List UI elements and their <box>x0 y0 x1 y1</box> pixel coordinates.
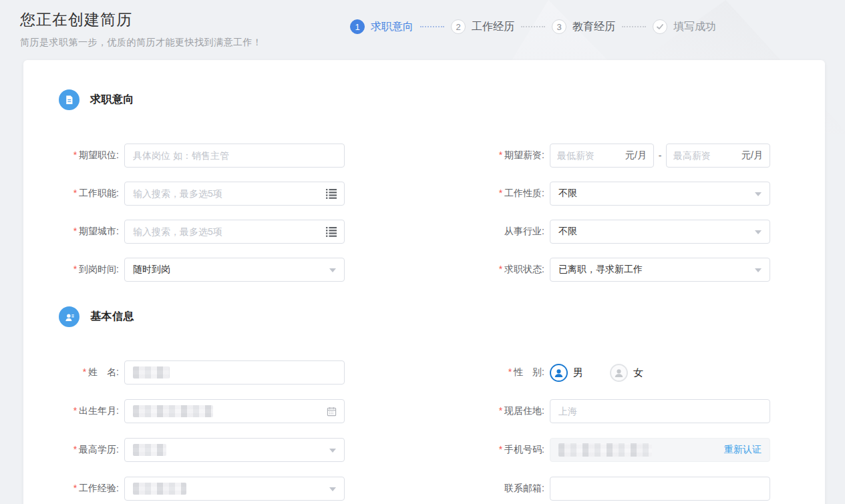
field-label: *出生年月: <box>23 405 119 417</box>
step-connector <box>420 26 444 27</box>
salary-max-box: 元/月 <box>666 144 770 168</box>
person-icon <box>59 306 79 327</box>
salary-range: 元/月 - 元/月 <box>550 144 770 168</box>
step-label: 教育经历 <box>572 20 615 34</box>
step-number-badge: 3 <box>552 19 566 34</box>
expected-city-input-box <box>124 220 345 244</box>
arrival-time-select[interactable]: 随时到岗 <box>124 258 345 282</box>
field-expected-city: *期望城市: <box>23 220 345 244</box>
salary-max-input[interactable] <box>673 150 721 161</box>
step-job-intent[interactable]: 1 求职意向 <box>350 19 413 34</box>
field-label: *现居住地: <box>449 405 544 417</box>
residence-input-box <box>550 399 770 423</box>
industry-select[interactable]: 不限 <box>550 220 770 244</box>
step-success: 填写成功 <box>653 19 716 34</box>
redacted-phone-value <box>558 443 652 457</box>
job-function-input[interactable] <box>133 188 319 199</box>
field-label: *期望薪资: <box>449 150 544 162</box>
chevron-down-icon <box>755 192 762 196</box>
chevron-down-icon <box>329 449 336 453</box>
field-label: *性 别: <box>449 366 544 379</box>
field-label: *姓 名: <box>23 366 119 379</box>
section-title: 基本信息 <box>90 310 134 324</box>
job-status-select[interactable]: 已离职，寻求新工作 <box>550 258 770 282</box>
gender-female-option[interactable]: 女 <box>610 364 643 382</box>
document-icon <box>59 89 79 110</box>
field-phone: *手机号码: 重新认证 <box>449 438 770 462</box>
salary-min-input[interactable] <box>557 150 605 161</box>
field-education: *最高学历: <box>23 438 345 462</box>
step-label: 填写成功 <box>673 20 716 34</box>
step-education[interactable]: 3 教育经历 <box>552 19 615 34</box>
field-label: *工作性质: <box>449 188 544 200</box>
step-connector <box>521 26 545 27</box>
stepper: 1 求职意向 2 工作经历 3 教育经历 填写成功 <box>350 19 716 34</box>
step-connector <box>622 26 646 27</box>
step-label: 求职意向 <box>371 20 413 34</box>
chevron-down-icon <box>755 268 762 272</box>
work-experience-select[interactable] <box>124 477 345 501</box>
field-expected-salary: *期望薪资: 元/月 - 元/月 <box>449 144 770 168</box>
step-work-experience[interactable]: 2 工作经历 <box>451 19 514 34</box>
redacted-experience-value <box>133 483 186 495</box>
field-residence: *现居住地: <box>449 399 770 423</box>
section-job-intent-header: 求职意向 <box>59 89 134 110</box>
step-number-badge: 1 <box>350 19 365 34</box>
redacted-birth-value <box>133 405 213 417</box>
female-person-icon <box>610 364 628 382</box>
education-select[interactable] <box>124 438 345 462</box>
field-birth-date: *出生年月: <box>23 399 345 423</box>
residence-input[interactable] <box>558 406 762 417</box>
field-label: *最高学历: <box>23 444 119 456</box>
redacted-name-value <box>133 366 170 379</box>
male-person-icon <box>550 364 568 382</box>
expected-city-input[interactable] <box>133 226 319 237</box>
salary-min-box: 元/月 <box>550 144 654 168</box>
section-title: 求职意向 <box>90 93 134 107</box>
field-job-status: *求职状态: 已离职，寻求新工作 <box>449 258 770 282</box>
name-input-box[interactable] <box>124 360 345 385</box>
job-nature-select[interactable]: 不限 <box>550 182 770 206</box>
birth-date-picker[interactable] <box>124 399 345 423</box>
resume-form-card: 求职意向 *期望职位: *工作职能: *期望城市: <box>23 60 825 504</box>
list-picker-icon[interactable] <box>326 189 337 199</box>
calendar-icon[interactable] <box>327 407 337 417</box>
gender-male-option[interactable]: 男 <box>550 364 583 382</box>
gender-options: 男 女 <box>550 364 670 382</box>
job-function-input-box <box>124 182 345 206</box>
field-label: *到岗时间: <box>23 264 119 276</box>
step-label: 工作经历 <box>472 20 514 34</box>
field-email: 联系邮箱: <box>449 477 770 501</box>
chevron-down-icon <box>755 230 762 234</box>
field-label: 从事行业: <box>449 226 544 238</box>
field-job-nature: *工作性质: 不限 <box>449 182 770 206</box>
field-label: 联系邮箱: <box>449 483 544 495</box>
redacted-education-value <box>133 444 166 456</box>
page-subtitle: 简历是求职第一步，优质的简历才能更快找到满意工作！ <box>20 37 263 49</box>
chevron-down-icon <box>329 487 336 491</box>
email-input-box <box>550 477 770 501</box>
field-expected-position: *期望职位: <box>23 144 345 168</box>
field-label: *工作经验: <box>23 483 119 495</box>
expected-position-input[interactable] <box>133 150 336 161</box>
check-icon <box>653 19 667 34</box>
field-label: *期望职位: <box>23 150 119 162</box>
field-label: *求职状态: <box>449 264 544 276</box>
expected-position-input-box <box>124 144 345 168</box>
resume-create-page: 您正在创建简历 简历是求职第一步，优质的简历才能更快找到满意工作！ 1 求职意向… <box>0 0 845 504</box>
chevron-down-icon <box>329 268 336 272</box>
field-arrival-time: *到岗时间: 随时到岗 <box>23 258 345 282</box>
field-name: *姓 名: <box>23 360 345 385</box>
reverify-link[interactable]: 重新认证 <box>724 444 762 456</box>
salary-range-dash: - <box>654 150 666 161</box>
field-gender: *性 别: 男 <box>449 360 670 385</box>
field-label: *手机号码: <box>449 444 544 456</box>
step-number-badge: 2 <box>451 19 466 34</box>
page-title: 您正在创建简历 <box>20 9 132 30</box>
section-basic-info-header: 基本信息 <box>59 306 134 327</box>
email-input[interactable] <box>558 483 762 494</box>
field-label: *期望城市: <box>23 226 119 238</box>
list-picker-icon[interactable] <box>326 227 337 237</box>
field-job-function: *工作职能: <box>23 182 345 206</box>
phone-field: 重新认证 <box>550 438 770 462</box>
